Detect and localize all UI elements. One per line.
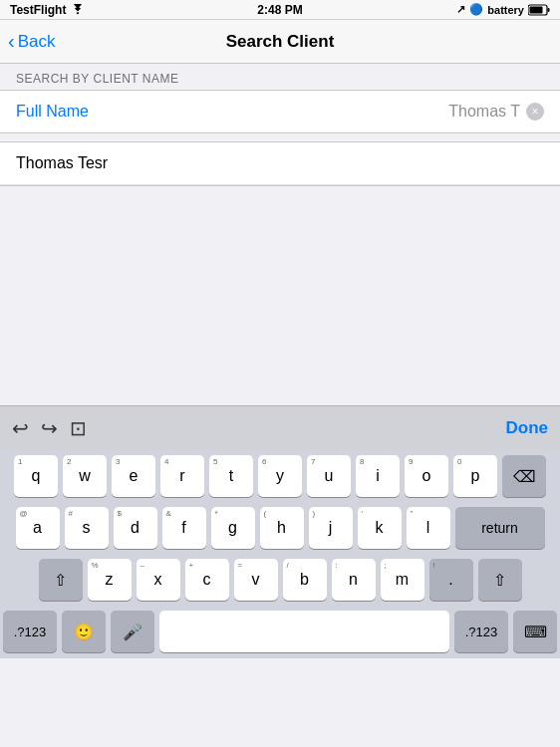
key-j[interactable]: )j (309, 507, 353, 549)
key-w[interactable]: 2w (63, 455, 107, 497)
back-button[interactable]: ‹ Back (8, 31, 55, 53)
fullname-value: Thomas T (448, 103, 520, 121)
backspace-key[interactable]: ⌫ (502, 455, 546, 497)
battery-label: battery (487, 4, 524, 16)
key-p[interactable]: 0p (453, 455, 497, 497)
space-key[interactable] (159, 611, 449, 652)
key-l[interactable]: "l (407, 507, 450, 549)
key-n[interactable]: :n (332, 559, 376, 601)
keyboard-row-3: ⇧ %z –x +c =v /b :n ;m !. ⇧ (3, 559, 557, 601)
key-e[interactable]: 3e (112, 455, 155, 497)
battery-icon (528, 4, 550, 16)
keyboard-row-1: 1q 2w 3e 4r 5t 6y 7u 8i 9o 0p ⌫ (3, 455, 557, 497)
clipboard-icon[interactable]: ⊡ (70, 416, 87, 440)
exclaim-key[interactable]: !. (429, 559, 473, 601)
back-label: Back (18, 32, 56, 52)
key-v[interactable]: =v (234, 559, 278, 601)
page-title: Search Client (226, 32, 335, 52)
emoji-key[interactable]: 🙂 (62, 611, 106, 652)
keyboard: 1q 2w 3e 4r 5t 6y 7u 8i 9o 0p ⌫ @a #s $d… (0, 449, 560, 658)
toolbar-left: ↩ ↪ ⊡ (12, 416, 87, 440)
keyboard-row-4: .?123 🙂 🎤 .?123 ⌨ (3, 611, 557, 652)
carrier-label: TestFlight (10, 3, 66, 17)
return-key[interactable]: return (455, 507, 545, 549)
keyboard-row-2: @a #s $d &f *g (h )j 'k "l return (3, 507, 557, 549)
keyboard-hide-key[interactable]: ⌨ (513, 611, 557, 652)
empty-area (0, 186, 560, 405)
numbers-key[interactable]: .?123 (3, 611, 57, 652)
shift-right-key[interactable]: ⇧ (478, 559, 522, 601)
input-value-wrap: Thomas T × (106, 103, 544, 121)
results-area: Thomas Tesr (0, 141, 560, 186)
status-right: ↗ 🔵 battery (456, 3, 550, 16)
key-m[interactable]: ;m (381, 559, 424, 601)
fullname-input-row[interactable]: Full Name Thomas T × (0, 90, 560, 133)
key-x[interactable]: –x (137, 559, 180, 601)
status-bar: TestFlight 2:48 PM ↗ 🔵 battery (0, 0, 560, 20)
svg-rect-1 (548, 8, 550, 12)
key-h[interactable]: (h (260, 507, 304, 549)
key-c[interactable]: +c (185, 559, 229, 601)
bluetooth-icon: 🔵 (469, 3, 483, 16)
key-b[interactable]: /b (283, 559, 327, 601)
done-button[interactable]: Done (506, 418, 549, 438)
redo-icon[interactable]: ↪ (41, 416, 58, 440)
navigation-bar: ‹ Back Search Client (0, 20, 560, 64)
key-g[interactable]: *g (211, 507, 255, 549)
key-k[interactable]: 'k (358, 507, 402, 549)
key-i[interactable]: 8i (356, 455, 400, 497)
clear-button[interactable]: × (526, 103, 544, 121)
key-d[interactable]: $d (114, 507, 157, 549)
shift-left-key[interactable]: ⇧ (39, 559, 83, 601)
key-r[interactable]: 4r (160, 455, 204, 497)
status-time: 2:48 PM (257, 3, 302, 17)
fullname-label: Full Name (16, 103, 106, 121)
direction-icon: ↗ (456, 3, 465, 16)
key-o[interactable]: 9o (405, 455, 448, 497)
key-a[interactable]: @a (16, 507, 60, 549)
key-s[interactable]: #s (65, 507, 109, 549)
mic-key[interactable]: 🎤 (111, 611, 154, 652)
key-q[interactable]: 1q (14, 455, 58, 497)
result-item[interactable]: Thomas Tesr (0, 142, 560, 185)
key-y[interactable]: 6y (258, 455, 302, 497)
key-z[interactable]: %z (88, 559, 132, 601)
section-label: SEARCH BY CLIENT NAME (0, 64, 560, 90)
svg-rect-2 (530, 6, 543, 13)
key-f[interactable]: &f (162, 507, 206, 549)
wifi-icon (70, 4, 86, 16)
numbers-key-right[interactable]: .?123 (454, 611, 508, 652)
keyboard-toolbar: ↩ ↪ ⊡ Done (0, 405, 560, 449)
status-carrier: TestFlight (10, 3, 86, 17)
key-t[interactable]: 5t (209, 455, 253, 497)
back-chevron-icon: ‹ (8, 30, 15, 53)
key-u[interactable]: 7u (307, 455, 351, 497)
undo-icon[interactable]: ↩ (12, 416, 29, 440)
